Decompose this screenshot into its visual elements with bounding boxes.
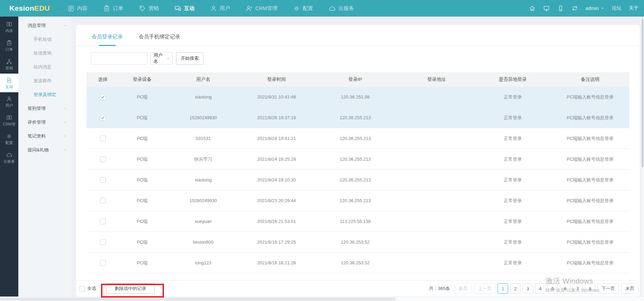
cell-select: [86, 170, 119, 190]
row-checkbox[interactable]: [100, 115, 106, 121]
about-link[interactable]: 关于: [629, 5, 638, 11]
pagination-page-1[interactable]: 1: [498, 283, 508, 294]
select-all-checkbox[interactable]: [79, 286, 85, 292]
app-logo[interactable]: KesionEDU: [0, 4, 67, 12]
cell-username: kesion600: [165, 232, 241, 253]
sidebar-item-10[interactable]: 提问&礼物: [18, 143, 72, 157]
tab-bar: 会员登录记录 会员手机绑定记录: [76, 25, 640, 46]
sidebar-item-2[interactable]: 手机短信: [18, 32, 72, 46]
sidebar-item-8[interactable]: 评价管理: [18, 115, 72, 129]
logo-primary: Kesion: [9, 4, 34, 12]
forum-link[interactable]: 论坛: [612, 5, 622, 11]
cell-login-address: [399, 253, 475, 273]
users-icon: [210, 5, 217, 12]
row-checkbox[interactable]: [100, 218, 106, 224]
pagination-page-6[interactable]: 6: [560, 283, 570, 294]
sidebar-item-6[interactable]: 登录及绑定: [18, 88, 72, 102]
pagination-page-2[interactable]: 2: [510, 283, 521, 294]
cell-device: PC端: [119, 149, 165, 170]
row-checkbox[interactable]: [100, 156, 106, 162]
pagination-next-button[interactable]: 下一页: [597, 283, 619, 294]
sitemap-icon: [6, 58, 12, 65]
sidebar-item-9[interactable]: 笔记资料: [18, 129, 72, 143]
pagination-last-button[interactable]: 末页: [621, 283, 638, 294]
table-row: PC端 xiaotong 2021/8/31 10:41:48 120.36.2…: [86, 87, 629, 107]
rail-item-label: 云服务: [3, 160, 15, 163]
horizontal-scrollbar[interactable]: [0, 298, 396, 301]
cell-login-ip: 120.36.255.213: [312, 190, 399, 211]
pagination-page-4[interactable]: 4: [535, 283, 545, 294]
top-nav-item-7[interactable]: 配置: [293, 5, 313, 12]
cell-device: PC端: [119, 107, 165, 128]
cell-login-address: [399, 211, 475, 232]
rail-item-5[interactable]: 用户: [0, 92, 18, 111]
top-nav-item-8[interactable]: 云服务: [329, 5, 354, 12]
admin-menu[interactable]: admin: [586, 6, 605, 11]
users-icon: [6, 96, 12, 102]
vertical-scrollbar[interactable]: [642, 19, 644, 167]
cell-device: PC端: [119, 211, 165, 232]
tab-member-phone-binding-records[interactable]: 会员手机绑定记录: [139, 34, 180, 46]
row-checkbox[interactable]: [100, 177, 106, 183]
top-nav-label: CRM管理: [255, 5, 277, 12]
table-header-row: 选择登录设备用户名登录时间登录IP登录地址是否异地登录备注说明: [86, 72, 629, 87]
sidebar-item-1[interactable]: 消息管理: [18, 19, 72, 32]
rail-item-7[interactable]: 配置: [0, 130, 18, 148]
tab-member-login-records[interactable]: 会员登录记录: [92, 34, 123, 46]
cell-login-ip: 120.36.253.52: [312, 232, 399, 253]
pagination-page-8[interactable]: 8: [585, 283, 595, 294]
icon-rail: 内容订单营销互动用户CRM管配置云服务: [0, 17, 18, 297]
rail-item-2[interactable]: 订单: [0, 36, 18, 55]
top-nav-item-6[interactable]: CRM管理: [246, 5, 277, 12]
sidebar-item-7[interactable]: 签到管理: [18, 102, 72, 115]
row-checkbox[interactable]: [100, 135, 106, 141]
mobile-button[interactable]: [557, 5, 564, 12]
sidebar-item-5[interactable]: 发送邮件: [18, 74, 72, 88]
delete-selected-button[interactable]: 删除选中的记录: [106, 283, 155, 294]
cell-remote-status: 正常登录: [475, 190, 551, 211]
cell-note: PC端输入账号信息登录: [551, 128, 629, 149]
cell-username: 531531: [165, 128, 241, 149]
search-button[interactable]: 开始搜索: [176, 52, 203, 65]
top-nav-item-1[interactable]: 内容: [67, 5, 88, 12]
cell-remote-status: 正常登录: [475, 211, 551, 232]
row-checkbox[interactable]: [100, 94, 106, 100]
cell-note: PC端输入账号信息登录: [551, 170, 629, 190]
row-checkbox[interactable]: [100, 239, 106, 245]
cell-login-time: 2021/8/24 19:41:21: [241, 128, 312, 149]
cell-note: PC端输入账号信息登录: [551, 87, 629, 107]
refresh-button[interactable]: [571, 5, 578, 12]
top-nav-item-5[interactable]: 用户: [210, 5, 230, 12]
column-header: 用户名: [165, 72, 241, 87]
total-count: 共：365条: [429, 285, 450, 292]
rail-item-6[interactable]: CRM管: [0, 111, 18, 130]
row-checkbox[interactable]: [100, 198, 106, 204]
search-field-select[interactable]: 用户名: [150, 52, 173, 65]
top-nav-item-2[interactable]: 订单: [103, 5, 123, 12]
column-header: 登录时间: [241, 72, 312, 87]
rail-item-8[interactable]: 云服务: [0, 148, 18, 167]
rail-item-3[interactable]: 营销: [0, 55, 18, 74]
page-buttons: 首页上一页12345678下一页末页: [454, 283, 638, 294]
cell-username: 15280249930: [165, 107, 241, 128]
pagination-page-7[interactable]: 7: [572, 283, 583, 294]
cell-device: PC端: [119, 190, 165, 211]
monitor-icon: [543, 5, 550, 12]
pagination-page-5[interactable]: 5: [548, 283, 558, 294]
sidebar-item-3[interactable]: 短信查询: [18, 46, 72, 60]
top-nav-item-4[interactable]: 互动: [174, 5, 194, 12]
monitor-button[interactable]: [543, 5, 550, 12]
cell-login-address: [399, 149, 475, 170]
search-input[interactable]: [91, 52, 147, 65]
pagination-page-3[interactable]: 3: [523, 283, 533, 294]
home-button[interactable]: [529, 5, 536, 12]
row-checkbox[interactable]: [100, 260, 106, 266]
table-row: PC端 kesion600 2021/8/16 17:29:25 120.36.…: [86, 232, 629, 253]
sidebar-item-4[interactable]: 站内消息: [18, 60, 72, 74]
rail-item-4[interactable]: 互动: [0, 74, 18, 92]
top-nav-item-3[interactable]: 营销: [139, 5, 159, 12]
rail-item-1[interactable]: 内容: [0, 18, 18, 36]
cell-login-time: 2021/8/16 21:53:01: [241, 211, 312, 232]
table-footer: 全选 删除选中的记录 共：365条 首页上一页12345678下一页末页: [76, 280, 640, 297]
cell-login-address: [399, 107, 475, 128]
